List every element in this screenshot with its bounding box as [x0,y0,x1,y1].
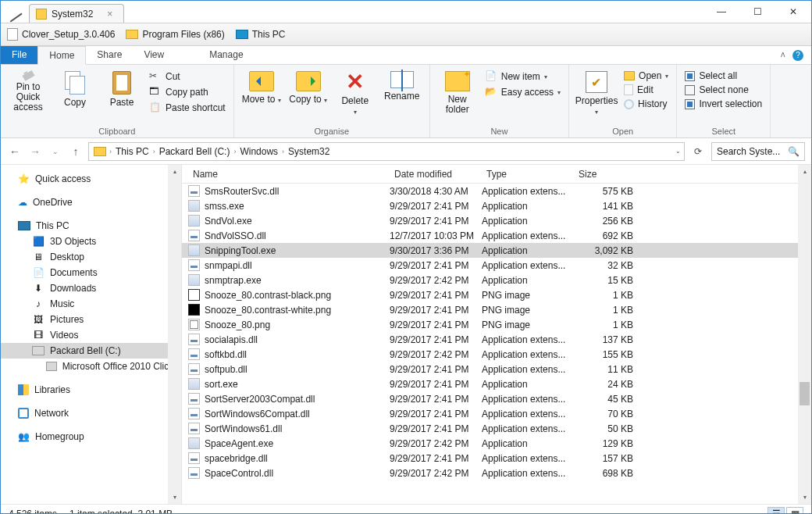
file-row[interactable]: SpaceControl.dll9/29/2017 2:42 PMApplica… [182,466,811,480]
properties-button[interactable]: Properties▾ [575,68,618,125]
nav-office[interactable]: Microsoft Office 2010 Click-to-Run [1,359,181,374]
invert-selection-button[interactable]: Invert selection [683,98,764,110]
col-date[interactable]: Date modified [390,169,482,180]
bookmark-item[interactable]: This PC [236,29,286,40]
col-name[interactable]: Name [188,169,390,180]
pin-button: Pin to Quick access [7,68,49,125]
search-input[interactable]: Search Syste... 🔍 [711,142,805,161]
file-row[interactable]: snmptrap.exe9/29/2017 2:42 PMApplication… [182,273,811,287]
col-size[interactable]: Size [574,169,633,180]
file-row[interactable]: Snooze_80.contrast-white.png9/29/2017 2:… [182,302,811,317]
select-none-button[interactable]: Select none [683,84,764,96]
file-date: 12/7/2017 10:03 PM [390,230,482,241]
delete-button[interactable]: ✕ Delete▾ [334,68,376,125]
nav-label: Libraries [34,384,70,395]
up-button[interactable]: ↑ [68,145,84,158]
nav-quick-access[interactable]: ⭐Quick access [1,171,181,187]
nav-label: Network [34,408,69,419]
file-date: 9/29/2017 2:41 PM [390,216,482,227]
new-folder-button[interactable]: New folder [436,68,479,125]
easy-access-button[interactable]: 📂Easy access ▾ [483,85,562,99]
tab-file[interactable]: File [1,46,37,64]
new-item-button[interactable]: 📄New item ▾ [483,70,562,84]
file-row[interactable]: Snooze_80.png9/29/2017 2:41 PMPNG image1… [182,317,811,332]
file-scrollbar[interactable]: ▴▾ [798,165,811,504]
file-name: SortWindows6Compat.dll [205,409,310,419]
address-dropdown-icon[interactable]: ⌄ [675,148,681,155]
file-row[interactable]: Snooze_80.contrast-black.png9/29/2017 2:… [182,287,811,302]
col-type[interactable]: Type [482,169,574,180]
nav-this-pc[interactable]: This PC [1,218,181,234]
nav-item[interactable]: 🎞Videos [1,327,181,343]
scrollbar-thumb[interactable] [800,382,810,405]
maximize-button[interactable]: ☐ [739,1,775,23]
bookmark-item[interactable]: Clover_Setup_3.0.406 [7,28,115,41]
nav-item[interactable]: 📄Documents [1,265,181,280]
close-tab-icon[interactable]: × [107,9,112,20]
nav-libraries[interactable]: Libraries [1,382,181,398]
nav-homegroup[interactable]: 👥Homegroup [1,429,181,444]
icons-view-button[interactable]: ▦ [786,507,803,515]
back-button[interactable]: ← [7,145,23,158]
file-type: Application [482,216,574,227]
breadcrumb[interactable]: System32 [286,146,332,157]
file-row[interactable]: softpub.dll9/29/2017 2:41 PMApplication … [182,362,811,377]
collapse-ribbon-icon[interactable]: ᐱ [781,52,785,59]
browser-tab[interactable]: System32 × [29,4,124,23]
button-label: Invert selection [699,98,762,109]
file-row[interactable]: SpaceAgent.exe9/29/2017 2:42 PMApplicati… [182,436,811,451]
libraries-icon [18,384,29,395]
address-bar[interactable]: › This PC› Packard Bell (C:)› Windows› S… [88,142,685,161]
select-all-button[interactable]: Select all [683,70,764,82]
nav-item[interactable]: 🖥Desktop [1,249,181,265]
paste-button[interactable]: Paste [101,68,143,125]
copy-path-button[interactable]: 🗔Copy path [148,85,227,99]
minimize-button[interactable]: — [703,1,739,23]
breadcrumb[interactable]: Packard Bell (C:) [157,146,233,157]
tab-home[interactable]: Home [37,46,86,65]
open-button[interactable]: Open ▾ [622,70,670,82]
file-row[interactable]: smss.exe9/29/2017 2:41 PMApplication141 … [182,198,811,213]
nav-network[interactable]: Network [1,405,181,421]
tab-view[interactable]: View [133,46,175,64]
nav-item[interactable]: 🟦3D Objects [1,234,181,249]
breadcrumb[interactable]: This PC [113,146,151,157]
settings-icon[interactable] [2,2,22,22]
close-button[interactable]: ✕ [775,1,811,23]
file-row[interactable]: SndVolSSO.dll12/7/2017 10:03 PMApplicati… [182,228,811,243]
file-row[interactable]: socialapis.dll9/29/2017 2:41 PMApplicati… [182,332,811,347]
file-row[interactable]: SndVol.exe9/29/2017 2:41 PMApplication25… [182,213,811,228]
file-row[interactable]: softkbd.dll9/29/2017 2:42 PMApplication … [182,347,811,362]
bookmark-item[interactable]: Program Files (x86) [126,29,224,40]
details-view-button[interactable]: ☰ [767,507,785,515]
file-row[interactable]: SortWindows6Compat.dll9/29/2017 2:41 PMA… [182,406,811,421]
move-to-button[interactable]: Move to ▾ [240,68,283,125]
file-row[interactable]: sort.exe9/29/2017 2:41 PMApplication24 K… [182,377,811,391]
copy-to-button[interactable]: Copy to ▾ [287,68,329,125]
nav-scrollbar[interactable]: ▴▾ [168,165,181,504]
copy-button[interactable]: Copy [54,68,96,125]
file-row[interactable]: SnippingTool.exe9/30/2017 3:36 PMApplica… [182,243,811,258]
refresh-button[interactable]: ⟳ [689,146,707,157]
file-row[interactable]: snmpapi.dll9/29/2017 2:41 PMApplication … [182,258,811,273]
nav-onedrive[interactable]: ☁OneDrive [1,195,181,210]
file-row[interactable]: SmsRouterSvc.dll3/30/2018 4:30 AMApplica… [182,184,811,198]
help-icon[interactable]: ? [792,50,803,61]
file-row[interactable]: spacebridge.dll9/29/2017 2:41 PMApplicat… [182,451,811,466]
breadcrumb[interactable]: Windows [237,146,280,157]
rename-button[interactable]: Rename [381,68,423,125]
tab-share[interactable]: Share [86,46,133,64]
tab-manage[interactable]: Manage [198,46,254,64]
file-row[interactable]: SortServer2003Compat.dll9/29/2017 2:41 P… [182,391,811,406]
file-row[interactable]: SortWindows61.dll9/29/2017 2:41 PMApplic… [182,421,811,436]
file-icon [188,185,200,197]
folder-icon [36,9,47,20]
nav-drive[interactable]: Packard Bell (C:) [1,343,181,359]
nav-item[interactable]: 🖼Pictures [1,312,181,327]
nav-label: Desktop [50,252,84,262]
cut-button[interactable]: ✂Cut [148,70,227,84]
nav-item[interactable]: ♪Music [1,296,181,312]
nav-item[interactable]: ⬇Downloads [1,280,181,296]
recent-dropdown[interactable]: ⌄ [48,148,63,155]
file-name: snmptrap.exe [205,275,262,286]
